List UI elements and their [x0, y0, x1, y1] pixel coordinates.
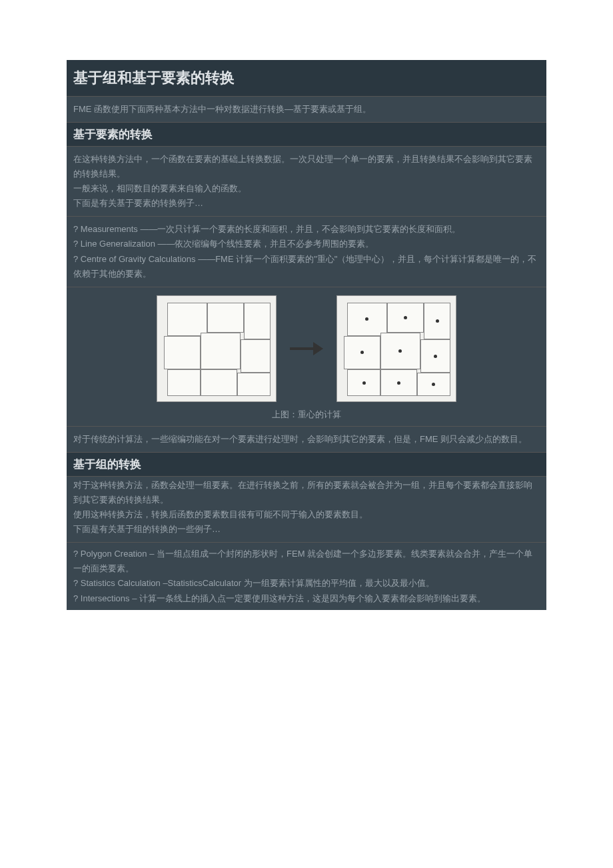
- section1-bullet1: ? Measurements ——一次只计算一个要素的长度和面积，并且，不会影响…: [73, 224, 460, 234]
- intro-text: FME 函数使用下面两种基本方法中一种对数据进行转换—基于要素或基于组。: [67, 97, 546, 123]
- section1-para1-line3: 下面是有关基于要素的转换例子…: [73, 198, 203, 208]
- section1-para1: 在这种转换方法中，一个函数在要素的基础上转换数据。一次只处理一个单一的要素，并且…: [67, 147, 546, 217]
- section2-para1-line3: 下面是有关基于组的转换的一些例子…: [73, 524, 221, 534]
- section1-bullets: ? Measurements ——一次只计算一个要素的长度和面积，并且，不会影响…: [67, 217, 546, 287]
- section2-bullet3: ? Intersections – 计算一条线上的插入点一定要使用这种方法，这是…: [73, 593, 486, 603]
- section2-bullets: ? Polygon Creation – 当一组点组成一个封闭的形状时，FEM …: [67, 543, 546, 609]
- section2-title: 基于组的转换: [67, 453, 546, 477]
- section2-bullet1: ? Polygon Creation – 当一组点组成一个封闭的形状时，FEM …: [73, 549, 532, 573]
- section1-title: 基于要素的转换: [67, 123, 546, 147]
- figure-caption: 上图：重心的计算: [73, 409, 540, 421]
- figure-block: 上图：重心的计算: [67, 287, 546, 427]
- section1-para1-line1: 在这种转换方法中，一个函数在要素的基础上转换数据。一次只处理一个单一的要素，并且…: [73, 154, 532, 179]
- section1-bullet3: ? Centre of Gravity Calculations ——FME 计…: [73, 254, 536, 279]
- section1-bullet2: ? Line Generalization ——依次缩编每个线性要素，并且不必参…: [73, 239, 374, 249]
- document-content: 基于组和基于要素的转换 FME 函数使用下面两种基本方法中一种对数据进行转换—基…: [67, 60, 546, 610]
- section2-para1-line2: 使用这种转换方法，转换后函数的要素数目很有可能不同于输入的要素数目。: [73, 509, 368, 519]
- arrow-icon: [290, 342, 323, 355]
- main-title: 基于组和基于要素的转换: [67, 60, 546, 97]
- section2-para1: 对于这种转换方法，函数会处理一组要素。在进行转换之前，所有的要素就会被合并为一组…: [67, 477, 546, 543]
- section1-para1-line2: 一般来说，相同数目的要素来自输入的函数。: [73, 183, 247, 193]
- section2-para1-line1: 对于这种转换方法，函数会处理一组要素。在进行转换之前，所有的要素就会被合并为一组…: [73, 480, 532, 505]
- figure-row: [73, 295, 540, 402]
- section1-para2: 对于传统的计算法，一些缩编功能在对一个要素进行处理时，会影响到其它的要素，但是，…: [67, 427, 546, 453]
- section2-bullet2: ? Statistics Calculation –StatisticsCalc…: [73, 578, 434, 588]
- map-after-image: [336, 295, 456, 402]
- map-before-image: [157, 295, 277, 402]
